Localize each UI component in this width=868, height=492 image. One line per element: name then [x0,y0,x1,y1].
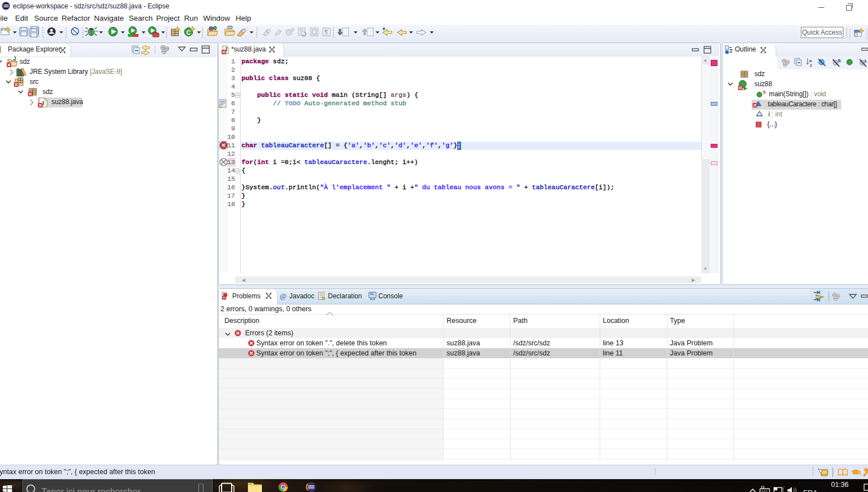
svg-text:S: S [838,58,841,63]
svg-text:z: z [810,63,812,68]
svg-text:¶: ¶ [325,29,328,35]
svg-text:L: L [865,58,867,63]
svg-text:J: J [13,56,16,62]
svg-text:@: @ [280,292,287,300]
svg-text:C: C [186,29,191,36]
svg-text:S: S [763,90,766,95]
